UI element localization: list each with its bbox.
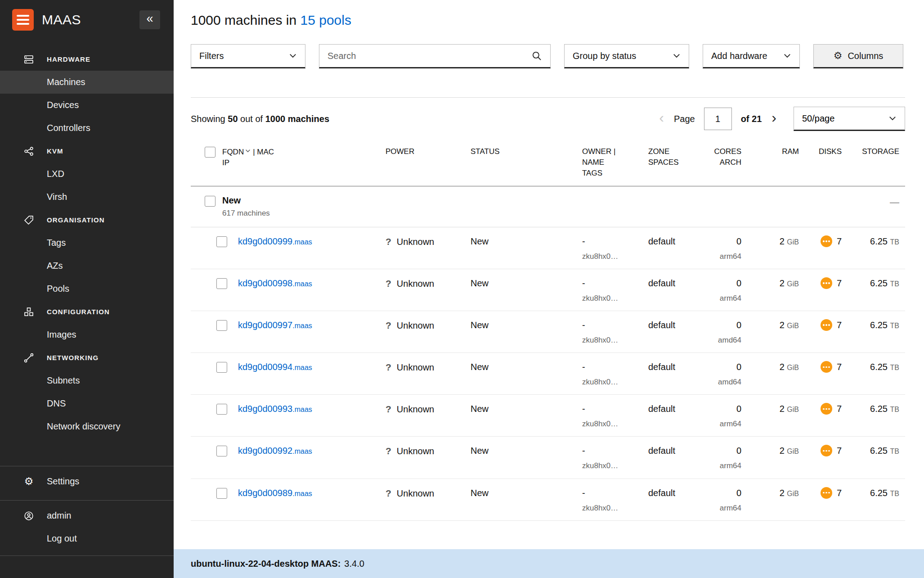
- sidebar-item-subnets[interactable]: Subnets: [0, 369, 174, 392]
- select-all-checkbox[interactable]: [205, 147, 215, 158]
- list-controls: Showing 50 out of 1000 machines ‹ Page o…: [191, 98, 905, 141]
- sidebar-section-hardware[interactable]: HARDWARE: [0, 48, 174, 71]
- group-checkbox-cell: [191, 195, 222, 208]
- sidebar-item-settings[interactable]: ⚙ Settings: [0, 470, 174, 493]
- pools-link[interactable]: 15 pools: [301, 13, 351, 27]
- status-cell: New: [471, 487, 582, 499]
- sidebar-item-controllers[interactable]: Controllers: [0, 117, 174, 140]
- machine-fqdn: kd9g0d00999: [238, 236, 292, 246]
- ram-unit: GiB: [787, 364, 799, 371]
- machine-link[interactable]: kd9g0d00992.maas: [238, 445, 312, 456]
- status-cell: New: [471, 319, 582, 331]
- columns-button[interactable]: ⚙ Columns: [813, 44, 903, 68]
- owner-header-line: OWNER |: [582, 146, 648, 157]
- chevron-down-icon: [289, 52, 297, 60]
- group-row-new: New 617 machines —: [191, 186, 905, 227]
- power-status: Unknown: [397, 445, 434, 457]
- sidebar-item-label: Tags: [47, 238, 66, 248]
- column-header-power[interactable]: POWER: [386, 146, 471, 157]
- machine-link[interactable]: kd9g0d00989.maas: [238, 487, 312, 499]
- fqdn-cell: kd9g0d00994.maas: [222, 361, 386, 373]
- sidebar-section-configuration[interactable]: CONFIGURATION: [0, 300, 174, 323]
- group-collapse-button[interactable]: —: [842, 197, 905, 207]
- group-checkbox[interactable]: [205, 196, 215, 207]
- sidebar-divider: [0, 500, 174, 501]
- gear-icon: ⚙: [23, 476, 34, 487]
- column-header-owner[interactable]: OWNER | NAME TAGS: [582, 146, 648, 179]
- ram-value: 2: [780, 488, 785, 498]
- cores-cell: 0 arm64: [702, 487, 741, 513]
- machine-link[interactable]: kd9g0d00998.maas: [238, 277, 312, 289]
- storage-cell: 6.25 TB: [842, 487, 905, 499]
- column-header-cores[interactable]: CORES ARCH: [702, 146, 741, 168]
- row-checkbox-cell: [191, 445, 222, 459]
- ram-cell: 2 GiB: [741, 361, 799, 373]
- machine-link[interactable]: kd9g0d00999.maas: [238, 235, 312, 247]
- column-header-storage[interactable]: STORAGE: [842, 146, 905, 157]
- cores-cell: 0 amd64: [702, 361, 741, 387]
- pagination: ‹ Page of 21 › 50/page: [658, 107, 905, 131]
- owner-cell: - zku8hx0…: [582, 361, 648, 387]
- sidebar-item-label: AZs: [47, 261, 63, 271]
- sidebar-nav: HARDWARE Machines Devices Controllers KV…: [0, 48, 174, 438]
- sidebar-item-label: Subnets: [47, 375, 80, 386]
- per-page-select[interactable]: 50/page: [794, 107, 905, 131]
- storage-unit: TB: [890, 490, 899, 497]
- machine-link[interactable]: kd9g0d00997.maas: [238, 319, 312, 331]
- machine-link[interactable]: kd9g0d00994.maas: [238, 361, 312, 373]
- owner-name-tag: zku8hx0…: [582, 252, 648, 262]
- column-header-disks[interactable]: DISKS: [799, 146, 842, 157]
- next-page-button[interactable]: ›: [771, 110, 777, 127]
- fqdn-header-line1: FQDN| MAC: [222, 146, 386, 158]
- toolbar: Filters Group by status Add hardware ⚙ C…: [191, 44, 905, 68]
- column-header-zone[interactable]: ZONE SPACES: [648, 146, 702, 168]
- owner-name-tag: zku8hx0…: [582, 294, 648, 303]
- machine-link[interactable]: kd9g0d00993.maas: [238, 403, 312, 415]
- unknown-power-icon: ?: [386, 361, 391, 373]
- sidebar-item-pools[interactable]: Pools: [0, 277, 174, 300]
- search-input[interactable]: [327, 51, 531, 61]
- sidebar-item-azs[interactable]: AZs: [0, 254, 174, 277]
- page-title: 1000 machines in 15 pools: [191, 13, 905, 28]
- storage-unit: TB: [890, 238, 899, 246]
- add-hardware-label: Add hardware: [711, 51, 767, 61]
- sidebar-item-logout[interactable]: Log out: [0, 527, 174, 550]
- fqdn-cell: kd9g0d00989.maas: [222, 487, 386, 499]
- owner-value: -: [582, 445, 648, 456]
- page-number-input[interactable]: [704, 108, 732, 130]
- column-header-fqdn[interactable]: FQDN| MAC IP: [222, 146, 386, 168]
- filters-dropdown[interactable]: Filters: [191, 44, 305, 68]
- sidebar-item-network-discovery[interactable]: Network discovery: [0, 415, 174, 438]
- disk-test-status-icon: [821, 235, 832, 247]
- sidebar-item-images[interactable]: Images: [0, 323, 174, 346]
- sidebar-item-dns[interactable]: DNS: [0, 392, 174, 415]
- column-header-status[interactable]: STATUS: [471, 146, 582, 157]
- sidebar-item-lxd[interactable]: LXD: [0, 163, 174, 185]
- sidebar-item-admin[interactable]: admin: [0, 504, 174, 527]
- group-by-dropdown[interactable]: Group by status: [564, 44, 689, 68]
- previous-page-button[interactable]: ‹: [658, 110, 665, 127]
- sidebar-item-machines[interactable]: Machines: [0, 71, 174, 94]
- sidebar-section-networking[interactable]: NETWORKING: [0, 346, 174, 369]
- storage-unit: TB: [890, 364, 899, 371]
- storage-cell: 6.25 TB: [842, 319, 905, 331]
- sidebar-item-label: Images: [47, 330, 76, 340]
- fqdn-cell: kd9g0d00997.maas: [222, 319, 386, 331]
- sidebar-section-kvm[interactable]: KVM: [0, 140, 174, 163]
- sidebar-collapse-button[interactable]: «: [139, 10, 160, 29]
- sidebar-item-virsh[interactable]: Virsh: [0, 185, 174, 208]
- ram-unit: GiB: [787, 280, 799, 288]
- cores-cell: 0 amd64: [702, 319, 741, 345]
- sidebar-item-devices[interactable]: Devices: [0, 94, 174, 117]
- sidebar-section-organisation[interactable]: ORGANISATION: [0, 208, 174, 231]
- sidebar-item-tags[interactable]: Tags: [0, 231, 174, 254]
- filters-label: Filters: [199, 51, 224, 61]
- row-checkbox-cell: [191, 361, 222, 375]
- cores-value: 0: [702, 403, 741, 415]
- search-box: [319, 44, 551, 68]
- add-hardware-dropdown[interactable]: Add hardware: [703, 44, 800, 68]
- owner-value: -: [582, 361, 648, 373]
- column-header-ram[interactable]: RAM: [741, 146, 799, 157]
- cores-header-line: CORES: [702, 146, 741, 157]
- disks-value: 7: [837, 277, 842, 289]
